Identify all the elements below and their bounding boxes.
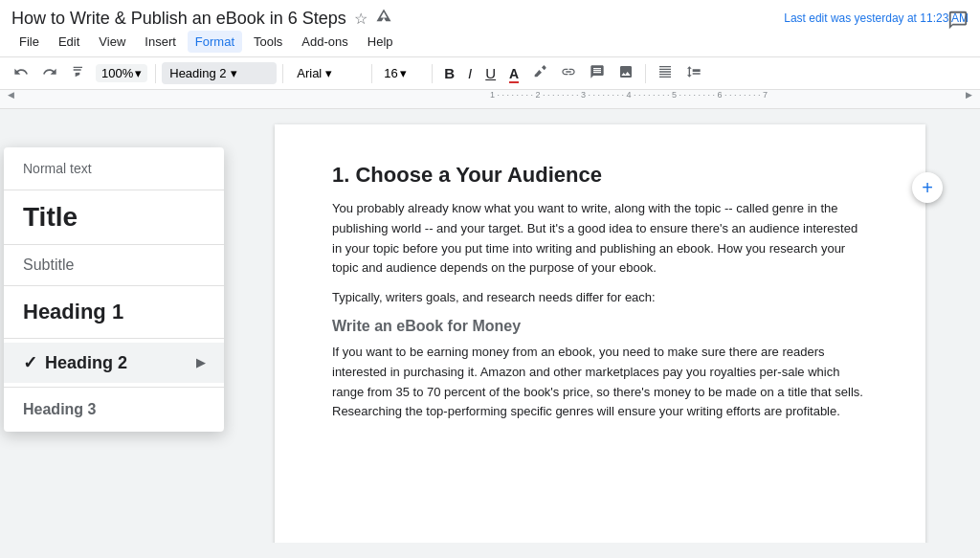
subtitle-label: Subtitle bbox=[23, 257, 74, 273]
bold-button[interactable]: B bbox=[438, 61, 460, 85]
text-color-button[interactable]: A bbox=[503, 62, 524, 84]
dropdown-divider4 bbox=[4, 338, 224, 339]
style-dropdown-menu: Normal text Title Subtitle Heading 1 ✓ H… bbox=[4, 147, 224, 432]
style-label: Heading 2 bbox=[169, 66, 226, 80]
doc-main-heading: 1. Choose a Your Audience bbox=[332, 163, 868, 188]
title-icons: ☆ bbox=[354, 8, 392, 29]
menu-tools[interactable]: Tools bbox=[246, 31, 290, 53]
title-bar: How to Write & Publish an eBook in 6 Ste… bbox=[0, 0, 980, 29]
align-button[interactable] bbox=[652, 61, 679, 85]
zoom-arrow: ▾ bbox=[135, 66, 142, 80]
menu-help[interactable]: Help bbox=[360, 31, 401, 53]
ruler-content: ◀ 1 · · · · · · · · 2 · · · · · · · · 3 … bbox=[8, 90, 972, 108]
link-button[interactable] bbox=[555, 61, 582, 85]
menu-bar: File Edit View Insert Format Tools Add-o… bbox=[0, 29, 980, 56]
separator2 bbox=[282, 64, 283, 83]
insert-image-button[interactable] bbox=[612, 61, 639, 85]
title-label: Title bbox=[23, 202, 78, 232]
doc-paragraph3: If you want to be earning money from an … bbox=[332, 343, 868, 422]
paint-format-button[interactable] bbox=[65, 61, 92, 85]
style-title[interactable]: Title bbox=[4, 194, 224, 240]
separator3 bbox=[371, 64, 372, 83]
style-heading2[interactable]: ✓ Heading 2 ▶ bbox=[4, 343, 224, 383]
heading2-label: Heading 2 bbox=[45, 353, 127, 373]
doc-paragraph1: You probably already know what you want … bbox=[332, 199, 868, 279]
font-size-arrow: ▾ bbox=[400, 66, 407, 80]
dropdown-divider bbox=[4, 190, 224, 190]
zoom-value: 100% bbox=[101, 66, 133, 80]
font-arrow: ▾ bbox=[325, 66, 332, 80]
separator5 bbox=[645, 64, 646, 83]
highlight-button[interactable] bbox=[526, 61, 553, 85]
drive-icon[interactable] bbox=[375, 8, 392, 29]
font-label: Arial bbox=[297, 66, 322, 80]
heading1-label: Heading 1 bbox=[23, 300, 123, 324]
style-dropdown[interactable]: Heading 2 ▾ bbox=[162, 62, 277, 84]
toolbar: 100% ▾ Heading 2 ▾ Arial ▾ 16 ▾ B I U A bbox=[0, 56, 980, 90]
style-heading3[interactable]: Heading 3 bbox=[4, 391, 224, 428]
style-heading1[interactable]: Heading 1 bbox=[4, 290, 224, 334]
doc-title[interactable]: How to Write & Publish an eBook in 6 Ste… bbox=[11, 9, 346, 29]
heading2-checkmark: ✓ bbox=[23, 352, 37, 373]
redo-button[interactable] bbox=[36, 61, 63, 85]
star-icon[interactable]: ☆ bbox=[354, 10, 368, 28]
insert-comment-button[interactable] bbox=[584, 61, 611, 85]
doc-paragraph2: Typically, writers goals, and research n… bbox=[332, 288, 868, 308]
doc-subheading1: Write an eBook for Money bbox=[332, 318, 868, 335]
font-dropdown[interactable]: Arial ▾ bbox=[289, 62, 366, 84]
zoom-select[interactable]: 100% ▾ bbox=[96, 64, 147, 82]
menu-edit[interactable]: Edit bbox=[51, 31, 87, 53]
doc-page: 1. Choose a Your Audience You probably a… bbox=[275, 124, 925, 543]
main-area: Normal text Title Subtitle Heading 1 ✓ H… bbox=[0, 109, 980, 543]
italic-button[interactable]: I bbox=[462, 61, 478, 85]
style-subtitle[interactable]: Subtitle bbox=[4, 249, 224, 281]
style-normal-text[interactable]: Normal text bbox=[4, 151, 224, 186]
heading3-label: Heading 3 bbox=[23, 401, 96, 417]
chat-icon[interactable] bbox=[947, 10, 969, 35]
line-spacing-button[interactable] bbox=[680, 61, 707, 85]
menu-view[interactable]: View bbox=[91, 31, 133, 53]
doc-area: 1. Choose a Your Audience You probably a… bbox=[220, 109, 980, 543]
menu-insert[interactable]: Insert bbox=[137, 31, 184, 53]
menu-addons[interactable]: Add-ons bbox=[294, 31, 355, 53]
separator4 bbox=[432, 64, 433, 83]
style-arrow: ▾ bbox=[231, 66, 237, 80]
heading2-arrow: ▶ bbox=[196, 356, 205, 369]
floating-add-button[interactable]: + bbox=[912, 172, 943, 203]
normal-text-label: Normal text bbox=[23, 161, 92, 176]
underline-button[interactable]: U bbox=[479, 61, 501, 85]
dropdown-divider2 bbox=[4, 244, 224, 245]
font-size-value: 16 bbox=[384, 66, 397, 80]
dropdown-divider5 bbox=[4, 387, 224, 388]
separator bbox=[155, 64, 156, 83]
menu-format[interactable]: Format bbox=[188, 31, 242, 53]
ruler: ◀ 1 · · · · · · · · 2 · · · · · · · · 3 … bbox=[0, 90, 980, 109]
menu-file[interactable]: File bbox=[11, 31, 47, 53]
font-size-dropdown[interactable]: 16 ▾ bbox=[378, 62, 426, 84]
dropdown-divider3 bbox=[4, 285, 224, 286]
last-edit[interactable]: Last edit was yesterday at 11:23 AM bbox=[784, 11, 969, 25]
undo-button[interactable] bbox=[8, 61, 34, 85]
